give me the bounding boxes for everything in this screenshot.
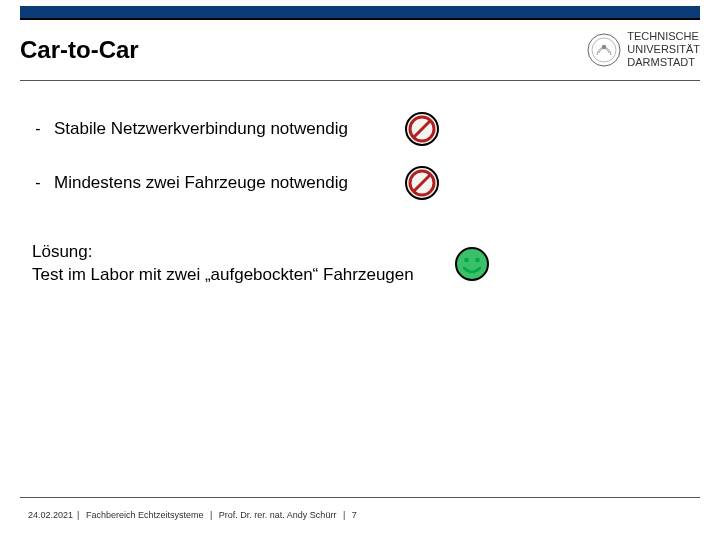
footer-page: 7 [352,510,357,520]
svg-point-2 [602,45,606,49]
prohibited-icon [404,165,440,201]
svg-point-9 [456,248,488,280]
svg-point-1 [592,38,616,62]
bullet-text: Stabile Netzwerkverbindung notwendig [54,119,384,139]
footer-date: 24.02.2021 [28,510,73,520]
logo-text: TECHNISCHE UNIVERSITÄT DARMSTADT [627,30,700,70]
bullet-text: Mindestens zwei Fahrzeuge notwendig [54,173,384,193]
slide-footer: 24.02.2021| Fachbereich Echtzeitsysteme … [28,510,357,520]
footer-author: Prof. Dr. rer. nat. Andy Schürr [219,510,337,520]
solution-label: Lösung: [32,241,414,264]
university-logo: TECHNISCHE UNIVERSITÄT DARMSTADT [587,30,700,70]
logo-line-1: TECHNISCHE [627,30,700,43]
solution-text: Lösung: Test im Labor mit zwei „aufgeboc… [32,241,414,287]
athena-seal-icon [587,33,621,67]
smiley-icon [454,246,490,282]
logo-line-3: DARMSTADT [627,56,700,69]
svg-point-0 [588,34,620,66]
logo-line-2: UNIVERSITÄT [627,43,700,56]
bullet-dash: - [32,120,44,138]
svg-point-11 [475,257,480,262]
footer-department: Fachbereich Echtzeitsysteme [86,510,204,520]
prohibited-icon [404,111,440,147]
solution-body: Test im Labor mit zwei „aufgebockten“ Fa… [32,264,414,287]
bullet-dash: - [32,174,44,192]
list-item: - Mindestens zwei Fahrzeuge notwendig [32,165,688,201]
page-title: Car-to-Car [20,36,139,64]
svg-point-10 [464,257,469,262]
slide-body: - Stabile Netzwerkverbindung notwendig -… [0,81,720,287]
slide-header: Car-to-Car TECHNISCHE UNIVERSITÄT DARMST… [0,20,720,80]
list-item: - Stabile Netzwerkverbindung notwendig [32,111,688,147]
brand-top-bar [20,6,700,18]
solution-row: Lösung: Test im Labor mit zwei „aufgeboc… [32,241,688,287]
footer-rule [20,497,700,498]
